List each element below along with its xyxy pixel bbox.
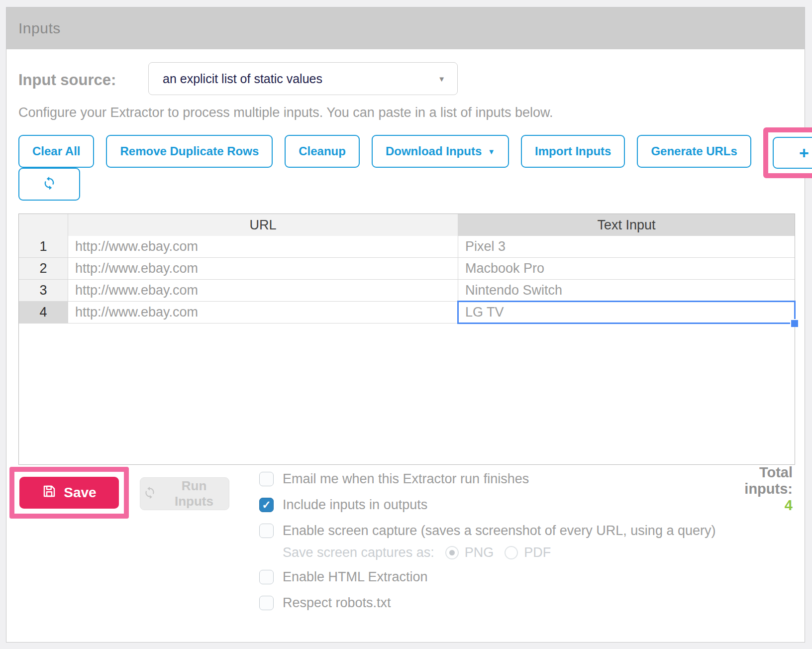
option-label: Email me when this Extractor run finishe… — [283, 471, 529, 487]
url-cell[interactable]: http://www.ebay.com — [68, 302, 458, 324]
refresh-row — [18, 168, 80, 201]
png-label: PNG — [465, 545, 494, 560]
download-inputs-button[interactable]: Download Inputs ▼ — [372, 135, 509, 168]
run-options: Email me when this Extractor run finishe… — [259, 471, 715, 621]
run-inputs-button[interactable]: Run Inputs — [140, 477, 229, 510]
corner-header-cell — [19, 214, 68, 237]
url-cell[interactable]: http://www.ebay.com — [68, 280, 458, 302]
panel-title: Inputs — [6, 7, 805, 49]
option-respect-robots: Respect robots.txt — [259, 595, 715, 611]
url-cell[interactable]: http://www.ebay.com — [68, 236, 458, 258]
cleanup-button[interactable]: Cleanup — [285, 135, 360, 168]
row-number[interactable]: 4 — [19, 302, 68, 324]
option-screen-capture: Enable screen capture (saves a screensho… — [259, 523, 715, 539]
email-me-checkbox[interactable] — [259, 472, 274, 486]
refresh-button[interactable] — [18, 168, 80, 201]
configure-description: Configure your Extractor to process mult… — [18, 105, 553, 120]
inputs-toolbar: Clear All Remove Duplicate Rows Cleanup … — [18, 135, 793, 178]
save-label: Save — [64, 485, 96, 501]
cell-selection-outline — [457, 301, 796, 324]
total-inputs: Total inputs: 4 — [683, 464, 793, 514]
url-cell[interactable]: http://www.ebay.com — [68, 258, 458, 280]
input-source-label: Input source: — [18, 71, 116, 89]
chevron-down-icon: ▼ — [488, 147, 495, 156]
option-label: Respect robots.txt — [283, 595, 391, 611]
annotation-highlight-add-button: + — [763, 127, 812, 178]
url-column-header[interactable]: URL — [68, 214, 458, 237]
run-inputs-label: Run Inputs — [162, 478, 226, 509]
png-radio[interactable] — [445, 546, 459, 559]
text-input-cell[interactable]: Pixel 3 — [458, 236, 795, 258]
refresh-icon — [42, 176, 56, 193]
text-input-column-header[interactable]: Text Input — [458, 214, 795, 237]
option-html-extraction: Enable HTML Extraction — [259, 569, 715, 585]
option-label: Enable screen capture (saves a screensho… — [283, 523, 715, 539]
add-row-button[interactable]: + — [773, 137, 812, 169]
import-inputs-button[interactable]: Import Inputs — [521, 135, 625, 168]
text-input-cell[interactable]: Macbook Pro — [458, 258, 795, 280]
generate-urls-button[interactable]: Generate URLs — [637, 135, 751, 168]
include-inputs-checkbox[interactable] — [259, 498, 274, 512]
download-inputs-label: Download Inputs — [386, 144, 482, 158]
clear-all-button[interactable]: Clear All — [18, 135, 94, 168]
total-inputs-value: 4 — [683, 497, 793, 514]
row-number[interactable]: 2 — [19, 258, 68, 280]
remove-duplicate-rows-button[interactable]: Remove Duplicate Rows — [106, 135, 273, 168]
screen-capture-format-row: Save screen captures as: PNG PDF — [283, 545, 715, 560]
total-label-line1: Total — [683, 464, 793, 481]
option-include-inputs: Include inputs in outputs — [259, 497, 715, 513]
selected-cell-value: LG TV — [465, 305, 504, 320]
option-label: Enable HTML Extraction — [283, 569, 428, 585]
annotation-highlight-save-button: Save — [9, 467, 129, 519]
fill-handle[interactable] — [790, 319, 798, 327]
row-number[interactable]: 3 — [19, 280, 68, 302]
save-captures-as-label: Save screen captures as: — [283, 545, 434, 560]
inputs-table: URL Text Input 1 http://www.ebay.com Pix… — [18, 214, 795, 465]
save-button[interactable]: Save — [19, 477, 119, 509]
floppy-disk-icon — [42, 484, 57, 502]
input-source-select[interactable]: an explicit list of static values ▼ — [148, 62, 458, 95]
text-input-cell-selected[interactable]: LG TV — [458, 302, 795, 324]
pdf-label: PDF — [524, 545, 551, 560]
screen-capture-checkbox[interactable] — [259, 524, 274, 538]
input-source-value: an explicit list of static values — [163, 72, 322, 86]
pdf-radio[interactable] — [505, 546, 518, 559]
total-label-line2: inputs: — [683, 481, 793, 497]
inputs-panel: Inputs Input source: an explicit list of… — [6, 7, 805, 643]
chevron-down-icon: ▼ — [438, 75, 445, 83]
option-email-me: Email me when this Extractor run finishe… — [259, 471, 715, 487]
html-extraction-checkbox[interactable] — [259, 570, 274, 584]
text-input-cell[interactable]: Nintendo Switch — [458, 280, 795, 302]
row-number[interactable]: 1 — [19, 236, 68, 258]
option-label: Include inputs in outputs — [283, 497, 427, 513]
respect-robots-checkbox[interactable] — [259, 596, 274, 610]
refresh-icon — [143, 486, 156, 502]
